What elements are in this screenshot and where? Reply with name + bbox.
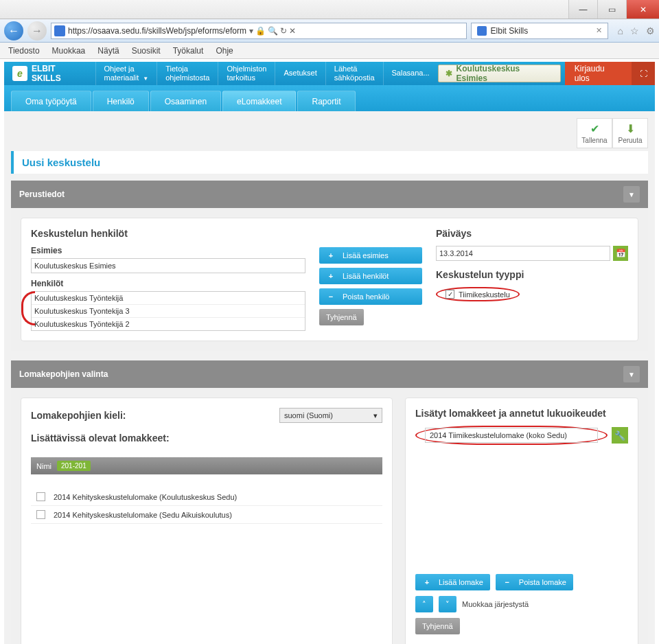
list-item[interactable]: Koulutuskeskus Tyontekija 3 <box>32 305 305 318</box>
nav-forward-button[interactable]: → <box>27 21 47 41</box>
plus-icon: + <box>326 251 336 260</box>
date-field[interactable]: 13.3.2014 <box>436 246 610 261</box>
dropdown-icon[interactable]: ▾ <box>249 26 253 36</box>
current-user[interactable]: ✱ Koulutuskeskus Esimies <box>438 65 561 82</box>
tab-title: Elbit Skills <box>491 26 529 36</box>
reload-icon[interactable]: ↻ <box>280 26 287 36</box>
url-text: https://osaava.sedu.fi/skillsWeb/jsp/efo… <box>68 26 246 36</box>
menu-favorites[interactable]: Suosikit <box>132 46 161 56</box>
tab-person[interactable]: Henkilö <box>93 91 149 111</box>
chevron-down-icon: ▼ <box>143 76 148 82</box>
clear-forms-button[interactable]: Tyhjennä <box>415 618 460 634</box>
lock-icon: 🔒 <box>255 26 266 36</box>
nav-settings[interactable]: Asetukset <box>275 62 325 85</box>
nav-password[interactable]: Salasana... <box>383 62 438 85</box>
tab-close-icon[interactable]: ✕ <box>596 26 602 35</box>
app-name: ELBIT SKILLS <box>32 64 87 83</box>
site-icon <box>54 25 65 36</box>
favorites-icon[interactable]: ☆ <box>630 25 639 36</box>
menu-view[interactable]: Näytä <box>97 46 119 56</box>
wrench-icon[interactable]: 🔧 <box>612 427 628 444</box>
annotation-ring: 2014 Tiimikeskustelulomake (koko Sedu) <box>415 426 608 445</box>
chevron-down-icon: ▾ <box>373 411 378 420</box>
list-item[interactable]: Koulutuskeskus Työntekijä <box>32 292 305 305</box>
nav-purpose[interactable]: Ohjelmistontarkoitus <box>218 62 275 85</box>
menu-help[interactable]: Ohje <box>216 46 233 56</box>
section-basicinfo-header[interactable]: Perustiedot ▼ <box>11 181 648 208</box>
menu-file[interactable]: Tiedosto <box>8 46 40 56</box>
nav-about[interactable]: Tietojaohjelmistosta <box>157 62 218 85</box>
tab-desktop[interactable]: Oma työpöytä <box>11 91 91 111</box>
tools-icon[interactable]: ⚙ <box>646 25 655 36</box>
add-persons-button[interactable]: +Lisää henkilöt <box>319 268 422 284</box>
check-icon: ✔ <box>590 122 599 135</box>
remove-person-button[interactable]: −Poista henkilö <box>319 288 422 305</box>
window-minimize[interactable]: — <box>568 0 597 19</box>
language-select[interactable]: suomi (Suomi) ▾ <box>279 408 382 423</box>
table-row[interactable]: 2014 Kehityskeskustelulomake (Sedu Aikui… <box>31 506 382 524</box>
window-maximize[interactable]: ▭ <box>597 0 626 19</box>
plus-icon: + <box>422 578 432 586</box>
range-badge: 201-201 <box>57 461 91 471</box>
added-form-field[interactable]: 2014 Tiimikeskustelulomake (koko Sedu) <box>425 428 598 443</box>
tab-eforms[interactable]: eLomakkeet <box>222 91 296 111</box>
app-logo: e <box>12 66 27 81</box>
reorder-label: Muokkaa järjestystä <box>462 600 529 608</box>
page-title: Uusi keskustelu <box>11 151 648 174</box>
chevron-down-icon: ▼ <box>623 186 640 203</box>
row-checkbox[interactable] <box>36 492 45 501</box>
minus-icon: − <box>502 578 512 586</box>
annotation-mark <box>21 291 35 325</box>
clear-persons-button[interactable]: Tyhjennä <box>319 309 364 325</box>
annotation-ring: ✓ Tiimikeskustelu <box>436 287 520 301</box>
chevron-down-icon: ▼ <box>623 366 640 382</box>
address-bar[interactable]: https://osaava.sedu.fi/skillsWeb/jsp/efo… <box>51 23 467 39</box>
supervisor-label: Esimies <box>31 246 305 255</box>
menu-edit[interactable]: Muokkaa <box>52 46 86 56</box>
persons-label: Henkilöt <box>31 279 305 288</box>
grid-header: Nimi 201-201 <box>31 457 382 474</box>
search-icon[interactable]: 🔍 <box>268 26 278 36</box>
row-checkbox[interactable] <box>36 510 45 519</box>
team-discussion-checkbox[interactable]: ✓ Tiimikeskustelu <box>446 290 510 299</box>
download-icon: ⬇ <box>626 122 635 135</box>
move-down-button[interactable]: ˅ <box>439 596 456 612</box>
add-supervisor-button[interactable]: +Lisää esimies <box>319 247 422 264</box>
remove-form-button[interactable]: −Poista lomake <box>496 574 573 590</box>
fullscreen-icon[interactable]: ⛶ <box>632 62 655 85</box>
persons-heading: Keskustelun henkilöt <box>31 228 305 239</box>
save-button[interactable]: ✔ Tallenna <box>577 118 612 148</box>
cancel-button[interactable]: ⬇ Peruuta <box>612 118 648 148</box>
calendar-icon[interactable]: 📅 <box>613 246 628 261</box>
language-label: Lomakepohjien kieli: <box>31 410 126 421</box>
supervisor-field[interactable]: Koulutuskeskus Esimies <box>31 258 305 273</box>
menu-tools[interactable]: Työkalut <box>173 46 204 56</box>
stop-icon[interactable]: ✕ <box>289 26 296 36</box>
add-form-button[interactable]: +Lisää lomake <box>415 574 490 590</box>
home-icon[interactable]: ⌂ <box>618 25 623 36</box>
persons-listbox[interactable]: Koulutuskeskus Työntekijä Koulutuskeskus… <box>31 291 305 331</box>
window-close[interactable]: ✕ <box>626 0 659 19</box>
checkbox-icon: ✓ <box>446 290 454 299</box>
move-up-button[interactable]: ˄ <box>415 596 433 612</box>
nav-back-button[interactable]: ← <box>4 21 23 41</box>
browser-tab[interactable]: Elbit Skills ✕ <box>471 23 608 39</box>
plus-icon: + <box>326 272 336 280</box>
type-heading: Keskustelun tyyppi <box>436 269 628 280</box>
nav-help-materials[interactable]: Ohjeet ja materiaalit▼ <box>95 62 157 85</box>
list-item[interactable]: Koulutuskeskus Työntekijä 2 <box>32 318 305 330</box>
logout-button[interactable]: Kirjaudu ulos <box>565 62 632 85</box>
nav-send-email[interactable]: Lähetäsähköpostia <box>325 62 383 85</box>
table-row[interactable]: 2014 Kehityskeskustelulomake (Koulutuske… <box>31 488 382 506</box>
added-forms-label: Lisätyt lomakkeet ja annetut lukuoikeude… <box>415 408 628 419</box>
app-topbar: e ELBIT SKILLS Ohjeet ja materiaalit▼ Ti… <box>4 62 655 85</box>
browser-toolbar: ← → https://osaava.sedu.fi/skillsWeb/jsp… <box>0 19 659 43</box>
star-icon: ✱ <box>446 69 452 78</box>
tab-competence[interactable]: Osaaminen <box>150 91 221 111</box>
app-subnav: Oma työpöytä Henkilö Osaaminen eLomakkee… <box>4 85 655 111</box>
tab-reports[interactable]: Raportit <box>297 91 355 111</box>
browser-menubar: Tiedosto Muokkaa Näytä Suosikit Työkalut… <box>0 43 659 59</box>
tab-favicon <box>477 26 487 36</box>
section-templates-header[interactable]: Lomakepohjien valinta ▼ <box>11 360 648 388</box>
date-heading: Päiväys <box>436 228 628 239</box>
